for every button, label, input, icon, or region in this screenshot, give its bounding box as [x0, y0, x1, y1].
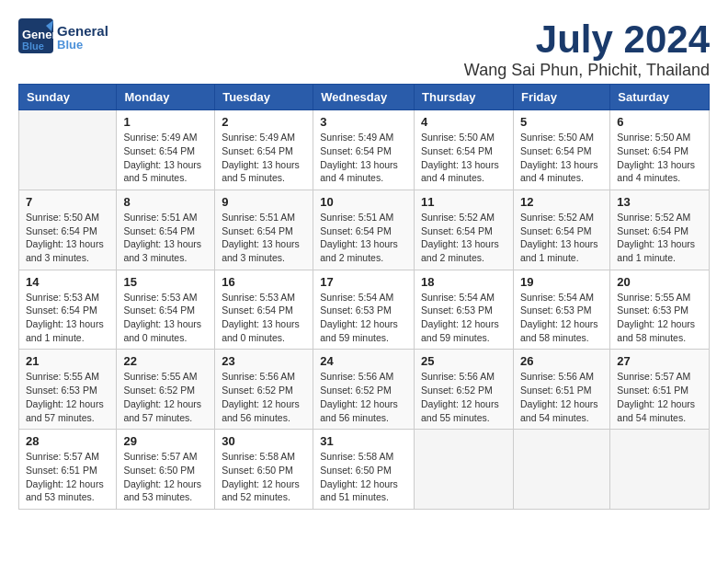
day-info: Sunrise: 5:51 AMSunset: 6:54 PMDaylight:…	[123, 211, 208, 265]
day-number: 4	[421, 115, 506, 129]
day-info: Sunrise: 5:56 AMSunset: 6:52 PMDaylight:…	[222, 370, 306, 424]
day-number: 17	[320, 275, 407, 289]
day-info: Sunrise: 5:50 AMSunset: 6:54 PMDaylight:…	[26, 211, 109, 265]
day-info: Sunrise: 5:49 AMSunset: 6:54 PMDaylight:…	[222, 131, 306, 185]
day-number: 23	[222, 354, 306, 368]
day-info: Sunrise: 5:54 AMSunset: 6:53 PMDaylight:…	[320, 291, 407, 345]
day-number: 21	[26, 354, 109, 368]
weekday-header-tuesday: Tuesday	[215, 85, 313, 110]
day-number: 20	[617, 275, 702, 289]
header: General Blue General Blue July 2024 Wang…	[18, 18, 710, 80]
logo-icon: General Blue	[18, 18, 53, 53]
calendar-cell: 30Sunrise: 5:58 AMSunset: 6:50 PMDayligh…	[215, 430, 313, 510]
day-number: 19	[520, 275, 603, 289]
calendar-cell	[513, 430, 609, 510]
calendar-week-row: 7Sunrise: 5:50 AMSunset: 6:54 PMDaylight…	[19, 190, 710, 270]
weekday-header-saturday: Saturday	[610, 85, 710, 110]
calendar-week-row: 21Sunrise: 5:55 AMSunset: 6:53 PMDayligh…	[19, 350, 710, 430]
day-info: Sunrise: 5:55 AMSunset: 6:53 PMDaylight:…	[617, 291, 702, 345]
weekday-header-thursday: Thursday	[415, 85, 514, 110]
day-info: Sunrise: 5:56 AMSunset: 6:52 PMDaylight:…	[421, 370, 506, 424]
day-number: 2	[222, 115, 306, 129]
day-info: Sunrise: 5:57 AMSunset: 6:50 PMDaylight:…	[123, 450, 208, 504]
day-info: Sunrise: 5:53 AMSunset: 6:54 PMDaylight:…	[222, 291, 306, 345]
day-number: 16	[222, 275, 306, 289]
day-info: Sunrise: 5:50 AMSunset: 6:54 PMDaylight:…	[617, 131, 702, 185]
calendar-cell: 9Sunrise: 5:51 AMSunset: 6:54 PMDaylight…	[215, 190, 313, 270]
calendar-cell: 28Sunrise: 5:57 AMSunset: 6:51 PMDayligh…	[19, 430, 117, 510]
day-info: Sunrise: 5:57 AMSunset: 6:51 PMDaylight:…	[26, 450, 109, 504]
day-number: 29	[123, 434, 208, 448]
day-number: 13	[617, 195, 702, 209]
day-number: 18	[421, 275, 506, 289]
calendar-cell: 7Sunrise: 5:50 AMSunset: 6:54 PMDaylight…	[19, 190, 117, 270]
page-container: General Blue General Blue July 2024 Wang…	[18, 18, 710, 510]
day-info: Sunrise: 5:54 AMSunset: 6:53 PMDaylight:…	[421, 291, 506, 345]
calendar-cell: 8Sunrise: 5:51 AMSunset: 6:54 PMDaylight…	[117, 190, 215, 270]
day-number: 27	[617, 354, 702, 368]
calendar-table: SundayMondayTuesdayWednesdayThursdayFrid…	[18, 84, 710, 510]
svg-text:General: General	[22, 28, 53, 41]
calendar-week-row: 1Sunrise: 5:49 AMSunset: 6:54 PMDaylight…	[19, 110, 710, 190]
calendar-cell: 25Sunrise: 5:56 AMSunset: 6:52 PMDayligh…	[415, 350, 514, 430]
day-number: 15	[123, 275, 208, 289]
day-info: Sunrise: 5:56 AMSunset: 6:52 PMDaylight:…	[320, 370, 407, 424]
calendar-cell: 15Sunrise: 5:53 AMSunset: 6:54 PMDayligh…	[117, 270, 215, 350]
calendar-cell: 21Sunrise: 5:55 AMSunset: 6:53 PMDayligh…	[19, 350, 117, 430]
day-info: Sunrise: 5:55 AMSunset: 6:52 PMDaylight:…	[123, 370, 208, 424]
day-number: 14	[26, 275, 109, 289]
day-info: Sunrise: 5:58 AMSunset: 6:50 PMDaylight:…	[222, 450, 306, 504]
day-number: 12	[520, 195, 603, 209]
calendar-cell	[415, 430, 514, 510]
day-info: Sunrise: 5:55 AMSunset: 6:53 PMDaylight:…	[26, 370, 109, 424]
day-number: 7	[26, 195, 109, 209]
calendar-cell: 20Sunrise: 5:55 AMSunset: 6:53 PMDayligh…	[610, 270, 710, 350]
calendar-cell: 5Sunrise: 5:50 AMSunset: 6:54 PMDaylight…	[513, 110, 609, 190]
calendar-cell: 17Sunrise: 5:54 AMSunset: 6:53 PMDayligh…	[313, 270, 415, 350]
calendar-cell: 12Sunrise: 5:52 AMSunset: 6:54 PMDayligh…	[513, 190, 609, 270]
calendar-cell	[610, 430, 710, 510]
day-number: 6	[617, 115, 702, 129]
calendar-cell: 4Sunrise: 5:50 AMSunset: 6:54 PMDaylight…	[415, 110, 514, 190]
day-info: Sunrise: 5:50 AMSunset: 6:54 PMDaylight:…	[520, 131, 603, 185]
calendar-cell: 1Sunrise: 5:49 AMSunset: 6:54 PMDaylight…	[117, 110, 215, 190]
calendar-week-row: 28Sunrise: 5:57 AMSunset: 6:51 PMDayligh…	[19, 430, 710, 510]
calendar-cell: 27Sunrise: 5:57 AMSunset: 6:51 PMDayligh…	[610, 350, 710, 430]
day-number: 22	[123, 354, 208, 368]
weekday-header-row: SundayMondayTuesdayWednesdayThursdayFrid…	[19, 85, 710, 110]
calendar-cell: 23Sunrise: 5:56 AMSunset: 6:52 PMDayligh…	[215, 350, 313, 430]
weekday-header-monday: Monday	[117, 85, 215, 110]
day-info: Sunrise: 5:50 AMSunset: 6:54 PMDaylight:…	[421, 131, 506, 185]
logo-text-general: General	[57, 24, 108, 40]
calendar-cell: 18Sunrise: 5:54 AMSunset: 6:53 PMDayligh…	[415, 270, 514, 350]
weekday-header-friday: Friday	[513, 85, 609, 110]
calendar-cell: 14Sunrise: 5:53 AMSunset: 6:54 PMDayligh…	[19, 270, 117, 350]
calendar-cell: 19Sunrise: 5:54 AMSunset: 6:53 PMDayligh…	[513, 270, 609, 350]
calendar-cell: 16Sunrise: 5:53 AMSunset: 6:54 PMDayligh…	[215, 270, 313, 350]
day-info: Sunrise: 5:52 AMSunset: 6:54 PMDaylight:…	[421, 211, 506, 265]
day-number: 30	[222, 434, 306, 448]
day-info: Sunrise: 5:56 AMSunset: 6:51 PMDaylight:…	[520, 370, 603, 424]
calendar-cell: 6Sunrise: 5:50 AMSunset: 6:54 PMDaylight…	[610, 110, 710, 190]
day-number: 24	[320, 354, 407, 368]
calendar-cell: 2Sunrise: 5:49 AMSunset: 6:54 PMDaylight…	[215, 110, 313, 190]
calendar-cell: 22Sunrise: 5:55 AMSunset: 6:52 PMDayligh…	[117, 350, 215, 430]
calendar-cell: 3Sunrise: 5:49 AMSunset: 6:54 PMDaylight…	[313, 110, 415, 190]
day-info: Sunrise: 5:52 AMSunset: 6:54 PMDaylight:…	[520, 211, 603, 265]
day-info: Sunrise: 5:54 AMSunset: 6:53 PMDaylight:…	[520, 291, 603, 345]
day-info: Sunrise: 5:53 AMSunset: 6:54 PMDaylight:…	[123, 291, 208, 345]
day-info: Sunrise: 5:51 AMSunset: 6:54 PMDaylight:…	[320, 211, 407, 265]
calendar-cell: 24Sunrise: 5:56 AMSunset: 6:52 PMDayligh…	[313, 350, 415, 430]
day-info: Sunrise: 5:57 AMSunset: 6:51 PMDaylight:…	[617, 370, 702, 424]
weekday-header-wednesday: Wednesday	[313, 85, 415, 110]
calendar-cell: 13Sunrise: 5:52 AMSunset: 6:54 PMDayligh…	[610, 190, 710, 270]
day-info: Sunrise: 5:53 AMSunset: 6:54 PMDaylight:…	[26, 291, 109, 345]
day-number: 9	[222, 195, 306, 209]
day-number: 31	[320, 434, 407, 448]
day-number: 8	[123, 195, 208, 209]
day-number: 26	[520, 354, 603, 368]
day-number: 11	[421, 195, 506, 209]
calendar-cell: 10Sunrise: 5:51 AMSunset: 6:54 PMDayligh…	[313, 190, 415, 270]
location-title: Wang Sai Phun, Phichit, Thailand	[464, 61, 710, 80]
day-info: Sunrise: 5:58 AMSunset: 6:50 PMDaylight:…	[320, 450, 407, 504]
